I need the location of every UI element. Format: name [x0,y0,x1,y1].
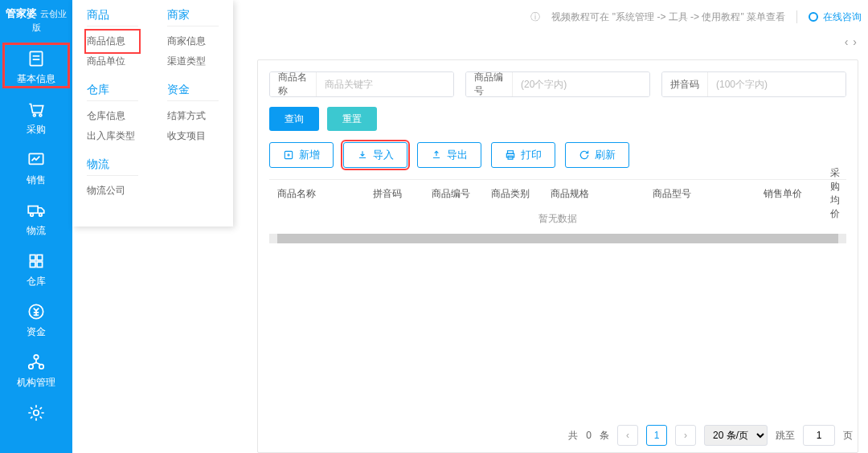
svg-point-17 [34,410,39,416]
online-consult[interactable]: 在线咨询 [809,10,862,24]
scrollbar-thumb[interactable] [277,234,838,243]
group-merchant: 商家 [167,8,219,27]
page-next[interactable]: › [675,425,696,446]
pagination: 共 0 条 ‹ 1 › 20 条/页 跳至 页 [258,425,858,446]
doc-icon [0,48,72,69]
help-text: 视频教程可在 "系统管理 -> 工具 -> 使用教程" 菜单查看 [551,10,785,24]
search-code-input[interactable] [513,72,649,96]
svg-point-7 [31,214,33,216]
svg-rect-0 [30,51,42,65]
menu-logistics-company[interactable]: 物流公司 [87,181,138,201]
menu-stock-type[interactable]: 出入库类型 [87,126,138,146]
svg-rect-12 [37,262,43,267]
menu-merchant-info[interactable]: 商家信息 [167,31,219,51]
nav-label: 采购 [27,124,46,135]
menu-goods-info[interactable]: 商品信息 [87,31,138,51]
th-pinyin: 拼音码 [356,187,420,201]
gear-icon [0,402,72,423]
svg-point-16 [39,365,43,369]
topbar: ⓘ 视频教程可在 "系统管理 -> 工具 -> 使用教程" 菜单查看 在线咨询 [257,5,862,29]
truck-icon [0,200,72,221]
search-pinyin-label: 拼音码 [662,72,708,96]
nav-label: 基本信息 [17,73,55,84]
import-button[interactable]: 导入 [343,142,407,168]
jump-label: 跳至 [776,429,795,443]
group-logistics: 物流 [87,157,138,176]
horizontal-scrollbar[interactable] [269,234,846,243]
warehouse-icon [0,251,72,271]
content-panel: 商品名称 商品编号 拼音码 查询 重置 新增 导入 导出 打印 [257,59,858,453]
search-name-field: 商品名称 [269,71,454,97]
svg-point-8 [39,214,42,216]
help-icon: ⓘ [530,10,540,24]
svg-point-15 [29,365,33,369]
print-button[interactable]: 打印 [491,142,555,168]
action-row: 查询 重置 [269,107,846,131]
th-avg-price: 采购均价 [822,166,846,221]
nav-label: 物流 [27,225,46,236]
refresh-label: 刷新 [595,148,616,162]
menu-goods-unit[interactable]: 商品单位 [87,51,138,71]
svg-point-4 [39,114,42,116]
nav-settings[interactable] [0,394,72,431]
online-label: 在线咨询 [823,10,862,24]
menu-income-expense[interactable]: 收支项目 [167,126,219,146]
menu-settlement[interactable]: 结算方式 [167,106,219,126]
search-name-input[interactable] [317,72,453,96]
nav-logistics[interactable]: 物流 [0,192,72,243]
nav-sales[interactable]: 销售 [0,141,72,192]
nav-label: 资金 [27,326,46,337]
jump-input[interactable] [803,425,835,446]
search-pinyin-input[interactable] [708,72,845,96]
svg-point-14 [34,355,38,359]
svg-rect-10 [37,255,43,260]
menu-warehouse-info[interactable]: 仓库信息 [87,106,138,126]
page-current[interactable]: 1 [646,425,667,446]
data-grid: 商品名称 拼音码 商品编号 商品类别 商品规格 商品型号 销售单价 采购均价 暂… [269,179,846,243]
nav-warehouse[interactable]: 仓库 [0,243,72,293]
total-prefix: 共 [568,429,578,443]
th-category: 商品类别 [483,187,538,201]
nav-purchase[interactable]: 采购 [0,91,72,141]
reset-button[interactable]: 重置 [327,107,377,131]
export-button[interactable]: 导出 [417,142,481,168]
cart-icon [0,99,72,120]
group-warehouse: 仓库 [87,83,138,101]
online-dot-icon [809,12,818,22]
page-size-select[interactable]: 20 条/页 [704,425,768,446]
refresh-button[interactable]: 刷新 [565,142,629,168]
search-code-label: 商品编号 [466,72,513,96]
th-name: 商品名称 [269,187,356,201]
nav-label: 机构管理 [17,377,55,388]
menu-channel-type[interactable]: 渠道类型 [167,51,219,71]
th-spec: 商品规格 [538,187,601,201]
nav-finance[interactable]: 资金 [0,293,72,344]
total-suffix: 条 [600,429,609,443]
tab-next[interactable]: › [853,35,857,48]
chart-icon [0,149,72,170]
svg-rect-9 [30,255,35,260]
grid-header: 商品名称 拼音码 商品编号 商品类别 商品规格 商品型号 销售单价 采购均价 [269,180,846,207]
flyout-col-1: 商品 商品信息 商品单位 仓库 仓库信息 出入库类型 物流 物流公司 [72,8,153,212]
th-model: 商品型号 [601,187,743,201]
divider [796,10,797,23]
logo-app: 管家婆 [6,7,37,19]
print-icon [505,149,516,161]
logo: 管家婆 云创业版 [0,0,72,40]
nav-basic-info[interactable]: 基本信息 [0,40,72,91]
group-goods: 商品 [87,8,138,27]
tab-pager: ‹ › [845,35,857,48]
tab-prev[interactable]: ‹ [845,35,849,48]
sidebar: 管家婆 云创业版 基本信息 采购 销售 物流 仓库 资金 机构管理 [0,0,72,453]
export-label: 导出 [447,148,468,162]
query-button[interactable]: 查询 [269,107,319,131]
search-row: 商品名称 商品编号 拼音码 [269,71,846,97]
add-button[interactable]: 新增 [269,142,334,168]
group-finance: 资金 [167,83,219,101]
nav-org[interactable]: 机构管理 [0,344,72,394]
page-prev[interactable]: ‹ [617,425,638,446]
import-label: 导入 [373,148,394,162]
ops-row: 新增 导入 导出 打印 刷新 [269,142,846,168]
add-icon [283,149,294,161]
money-icon [0,301,72,322]
